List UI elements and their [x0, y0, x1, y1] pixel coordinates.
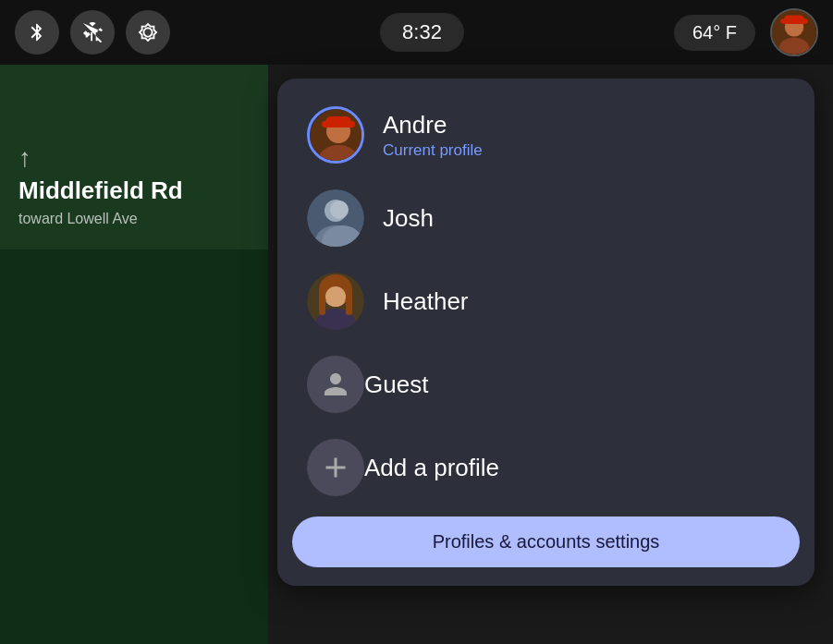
profile-item-andre[interactable]: Andre Current profile [285, 93, 807, 176]
avatar-add [307, 439, 364, 496]
avatar-andre-header [772, 10, 816, 55]
nav-street-name: Middlefield Rd [18, 176, 183, 205]
bluetooth-button[interactable] [15, 10, 59, 55]
add-plus-icon [319, 451, 352, 484]
svg-rect-4 [780, 18, 808, 24]
svg-rect-19 [319, 289, 325, 315]
heather-profile-info: Heather [383, 287, 469, 316]
bluetooth-icon [27, 22, 47, 43]
guest-person-icon [319, 368, 352, 401]
nav-map-background [0, 249, 268, 644]
andre-name: Andre [383, 111, 483, 140]
andre-profile-svg [310, 109, 364, 164]
heather-name: Heather [383, 287, 469, 316]
nav-toward-text: toward Lowell Ave [18, 211, 183, 227]
profile-item-add[interactable]: Add a profile [285, 426, 807, 509]
temperature-display: 64° F [674, 15, 755, 51]
brightness-button[interactable] [126, 10, 170, 55]
add-profile-name: Add a profile [364, 454, 499, 482]
andre-avatar-svg [772, 10, 816, 55]
profile-item-josh[interactable]: Josh [285, 176, 807, 260]
add-profile-info: Add a profile [364, 454, 499, 482]
navigation-background: ↑ Middlefield Rd toward Lowell Ave [0, 65, 268, 644]
status-bar: 8:32 64° F [0, 0, 833, 65]
avatar-heather [307, 273, 364, 330]
navigation-panel: ↑ Middlefield Rd toward Lowell Ave [18, 143, 183, 227]
andre-profile-info: Andre Current profile [383, 111, 483, 160]
josh-profile-svg [307, 189, 364, 247]
guest-profile-info: Guest [364, 371, 428, 399]
josh-profile-info: Josh [383, 204, 434, 233]
profile-item-guest[interactable]: Guest [285, 343, 807, 426]
guest-name: Guest [364, 371, 428, 399]
svg-rect-20 [346, 289, 352, 315]
status-bar-center: 8:32 [170, 13, 674, 52]
svg-rect-9 [322, 121, 355, 128]
status-bar-right: 64° F [674, 8, 818, 56]
svg-point-21 [325, 286, 346, 307]
profile-item-heather[interactable]: Heather [285, 260, 807, 343]
current-user-avatar-button[interactable] [770, 8, 818, 56]
avatar-josh [307, 189, 364, 247]
heather-profile-svg [307, 273, 364, 330]
avatar-guest [307, 356, 364, 413]
svg-point-13 [330, 200, 349, 219]
time-display: 8:32 [380, 13, 464, 52]
profiles-settings-button[interactable]: Profiles & accounts settings [292, 516, 800, 567]
andre-subtitle: Current profile [383, 141, 483, 160]
nav-arrow-icon: ↑ [18, 143, 183, 173]
profile-dropdown: Andre Current profile Josh [277, 79, 815, 586]
avatar-andre [307, 106, 364, 164]
status-bar-left [15, 10, 170, 55]
brightness-icon [138, 22, 158, 43]
josh-name: Josh [383, 204, 434, 233]
signal-button[interactable] [70, 10, 115, 55]
signal-icon [82, 22, 103, 43]
